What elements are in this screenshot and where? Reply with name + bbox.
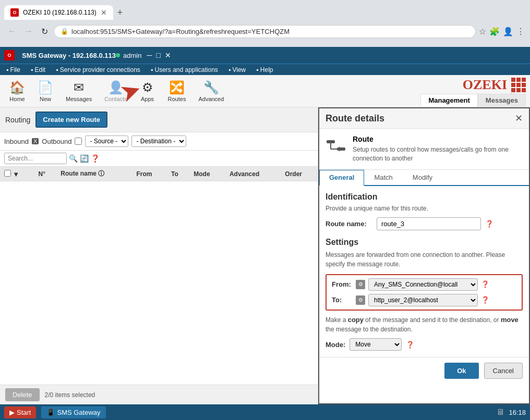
inbound-x[interactable]: X [32,138,39,144]
help-search-button[interactable]: ❓ [91,154,100,163]
cancel-button[interactable]: Cancel [484,363,523,379]
contacts-icon: 👤 [108,80,124,95]
home-button[interactable]: 🏠 Home [4,78,30,104]
menu-file[interactable]: ▪ File [2,65,25,75]
route-info-desc: Setup routes to control how messages/cal… [353,145,523,163]
tab-title: OZEKI 10 (192.168.0.113) [23,9,97,16]
routing-label: Routing [5,116,30,124]
action-bar: Ok Cancel [319,357,529,384]
messages-icon: ✉ [74,80,84,95]
menu-users[interactable]: ▪ Users and applications [147,65,222,75]
mode-label: Mode: [326,341,345,349]
route-icon [326,135,346,156]
settings-title: Settings [326,238,523,247]
route-info-title: Route [353,135,523,143]
route-name-row: Route name: ❓ [326,217,523,230]
start-button[interactable]: ▶ Start [4,406,36,418]
route-table: ▼ N° Route name ⓘ From To Mode Advanced … [0,167,318,385]
match-tab[interactable]: Match [364,170,402,185]
home-icon: 🏠 [9,80,25,95]
address-text: localhost:9515/SMS+Gateway/?a=Routing&re… [71,28,469,35]
extensions-button[interactable]: 🧩 [489,27,500,36]
route-details-panel: Route details ✕ Route Setup routes to co… [318,107,530,404]
menu-help[interactable]: ▪ Help [252,65,277,75]
detail-content: Identification Provide a unique name for… [319,186,529,357]
search-bar: 🔍 🔄 ❓ [0,151,318,167]
contacts-button[interactable]: 👤 Contacts [99,78,132,104]
select-all-checkbox[interactable] [4,170,11,177]
from-settings-icon: ⚙ [356,280,365,289]
advanced-icon: 🔧 [203,80,219,95]
profile-button[interactable]: 👤 [503,27,513,36]
app-header: O SMS Gateway - 192.168.0.113 admin ─ □ … [0,47,530,64]
logo-icon: O [4,50,15,60]
from-label: From: [332,280,353,288]
address-bar[interactable]: 🔒 localhost:9515/SMS+Gateway/?a=Routing&… [54,25,476,38]
to-select[interactable]: http_user_2@localhost [368,294,478,306]
col-mode: Mode [189,167,225,181]
advanced-button[interactable]: 🔧 Advanced [193,78,229,104]
messages-tab[interactable]: Messages [478,94,526,107]
tab-close-button[interactable]: ✕ [101,8,107,17]
management-tab[interactable]: Management [420,94,477,107]
new-button[interactable]: 📄 New [32,78,58,104]
maximize-button[interactable]: □ [156,51,160,59]
search-input[interactable] [4,153,67,164]
gateway-button[interactable]: 📱 SMS Gateway [41,406,105,418]
identification-subtitle: Provide a unique name for this route. [326,205,523,212]
source-dropdown[interactable]: - Source - [85,135,128,147]
toolbar: ➤ 🏠 Home 📄 New ✉ Messages 👤 Contacts ⚙ A… [0,75,530,107]
ok-button[interactable]: Ok [444,363,478,379]
general-tab[interactable]: General [319,170,364,186]
start-icon: ▶ [9,409,15,416]
modify-tab[interactable]: Modify [403,170,442,185]
status-time: 🖥 16:18 [496,407,526,417]
destination-dropdown[interactable]: - Destination - [131,135,186,147]
apps-button[interactable]: ⚙ Apps [135,78,161,104]
delete-bar: Delete 2/0 items selected [0,385,318,404]
menu-view[interactable]: ▪ View [224,65,250,75]
mode-select[interactable]: Move Copy [350,338,402,351]
col-to: To [167,167,189,181]
new-tab-button[interactable]: + [113,5,127,20]
back-button[interactable]: ← [5,26,19,37]
apps-icon: ⚙ [142,80,153,95]
bookmark-button[interactable]: ☆ [479,27,486,36]
time-display: 16:18 [509,409,526,416]
delete-button[interactable]: Delete [5,388,40,401]
to-label: To: [332,296,353,304]
identification-title: Identification [326,192,523,202]
route-name-label: Route name: [326,220,372,228]
from-select[interactable]: Any_SMS_Connection@locall [368,278,478,291]
reload-button[interactable]: ↻ [39,26,51,38]
from-row: From: ⚙ Any_SMS_Connection@locall ❓ [332,278,516,291]
inbound-checkbox[interactable]: X [32,138,39,144]
to-help-icon[interactable]: ❓ [481,296,489,304]
menu-service-provider[interactable]: ▪ Service provider connections [52,65,144,75]
menu-edit[interactable]: ▪ Edit [27,65,50,75]
search-button[interactable]: 🔍 [69,154,78,163]
create-route-button[interactable]: Create new Route [35,112,107,128]
from-help-icon[interactable]: ❓ [481,280,489,288]
menu-button[interactable]: ⋮ [516,27,525,36]
col-route-name: Route name ⓘ [56,167,132,181]
route-name-input[interactable] [377,217,481,230]
outbound-check-input[interactable] [75,138,82,145]
close-panel-button[interactable]: ✕ [515,113,523,124]
to-settings-icon: ⚙ [356,295,365,305]
outbound-checkbox[interactable] [75,138,82,145]
routes-button[interactable]: 🔀 Routes [163,78,191,104]
col-order: Order [281,167,318,181]
col-number: N° [34,167,57,181]
browser-tab[interactable]: O OZEKI 10 (192.168.0.113) ✕ [4,5,113,20]
routes-icon: 🔀 [169,80,185,95]
svg-marker-4 [339,146,341,152]
minimize-button[interactable]: ─ [147,51,152,59]
route-info-text: Route Setup routes to control how messag… [353,135,523,163]
refresh-button[interactable]: 🔄 [80,154,89,163]
forward-button[interactable]: → [22,26,35,37]
close-window-button[interactable]: ✕ [165,51,171,59]
route-name-help-icon[interactable]: ❓ [485,220,493,228]
messages-button[interactable]: ✉ Messages [61,78,97,104]
mode-help-icon[interactable]: ❓ [406,341,414,349]
